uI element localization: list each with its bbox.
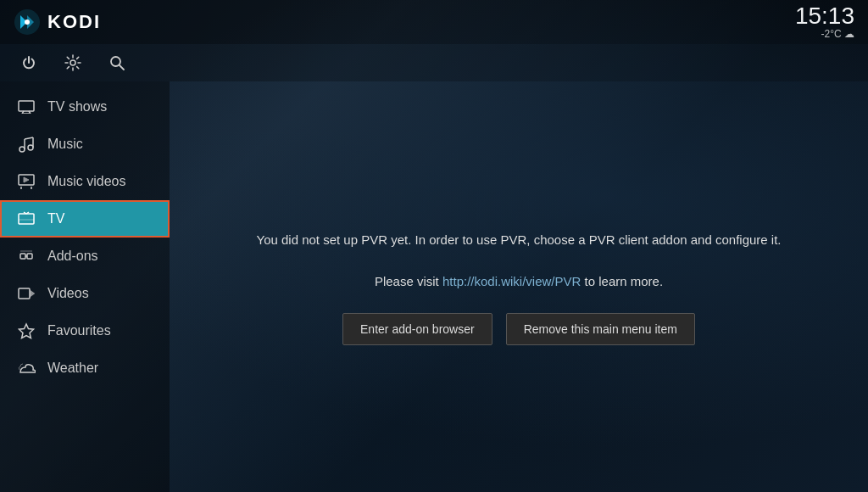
videos-icon — [17, 284, 36, 303]
svg-point-12 — [28, 145, 33, 150]
enter-addon-browser-button[interactable]: Enter add-on browser — [342, 313, 492, 345]
sidebar-item-addons[interactable]: Add-ons — [0, 238, 170, 275]
settings-button[interactable] — [61, 51, 85, 75]
svg-line-6 — [120, 65, 124, 70]
svg-rect-20 — [19, 214, 34, 224]
svg-marker-30 — [19, 324, 34, 338]
svg-point-4 — [70, 60, 75, 65]
pvr-link[interactable]: http://kodi.wiki/view/PVR — [442, 274, 581, 288]
svg-rect-7 — [19, 101, 34, 111]
sidebar: TV shows Music — [0, 81, 170, 492]
kodi-logo-icon — [14, 8, 41, 36]
remove-menu-item-button[interactable]: Remove this main menu item — [506, 313, 695, 345]
sidebar-item-music-videos[interactable]: Music videos — [0, 163, 170, 200]
svg-point-5 — [111, 57, 120, 66]
sidebar-item-tv[interactable]: TV — [0, 200, 170, 238]
app-container: KODI 15:13 -2°C ☁ — [0, 0, 868, 492]
svg-point-11 — [19, 147, 25, 152]
tv-shows-icon — [17, 98, 36, 116]
sidebar-label-favourites: Favourites — [47, 323, 111, 338]
svg-rect-24 — [20, 254, 25, 259]
sidebar-item-weather[interactable]: Weather — [0, 349, 170, 387]
sidebar-item-music[interactable]: Music — [0, 126, 170, 163]
app-title: KODI — [47, 11, 101, 33]
svg-point-3 — [25, 20, 30, 25]
music-videos-icon — [17, 172, 36, 191]
sidebar-label-music: Music — [47, 137, 83, 152]
sidebar-item-videos[interactable]: Videos — [0, 275, 170, 312]
svg-rect-28 — [19, 288, 30, 299]
pvr-message-line2: Please visit http://kodi.wiki/view/PVR t… — [257, 271, 782, 293]
pvr-message-line1: You did not set up PVR yet. In order to … — [257, 229, 782, 251]
sidebar-label-addons: Add-ons — [47, 249, 98, 264]
power-button[interactable] — [17, 51, 41, 75]
top-bar: KODI 15:13 -2°C ☁ — [0, 0, 868, 44]
control-bar — [0, 44, 868, 81]
time-area: 15:13 -2°C ☁ — [795, 4, 854, 40]
music-icon — [17, 135, 36, 154]
sidebar-item-tv-shows[interactable]: TV shows — [0, 88, 170, 126]
svg-rect-25 — [27, 254, 32, 259]
tv-icon — [17, 210, 36, 228]
weather-icon — [17, 359, 36, 377]
logo-area: KODI — [14, 8, 101, 36]
sidebar-label-tv: TV — [47, 211, 64, 226]
search-button[interactable] — [105, 51, 129, 75]
svg-marker-29 — [31, 291, 34, 296]
time-display: 15:13 — [795, 4, 854, 28]
sidebar-item-favourites[interactable]: Favourites — [0, 312, 170, 349]
sidebar-label-music-videos: Music videos — [47, 174, 125, 189]
sidebar-label-videos: Videos — [47, 286, 89, 301]
sidebar-label-weather: Weather — [47, 361, 98, 376]
svg-marker-17 — [24, 177, 29, 182]
pvr-buttons: Enter add-on browser Remove this main me… — [257, 313, 782, 345]
main-content: TV shows Music — [0, 81, 868, 492]
favourites-icon — [17, 321, 36, 340]
content-area: You did not set up PVR yet. In order to … — [170, 81, 868, 492]
pvr-message-box: You did not set up PVR yet. In order to … — [257, 229, 782, 345]
weather-info: -2°C ☁ — [795, 28, 854, 40]
sidebar-label-tv-shows: TV shows — [47, 99, 107, 115]
svg-line-15 — [25, 137, 33, 139]
addons-icon — [17, 247, 36, 266]
